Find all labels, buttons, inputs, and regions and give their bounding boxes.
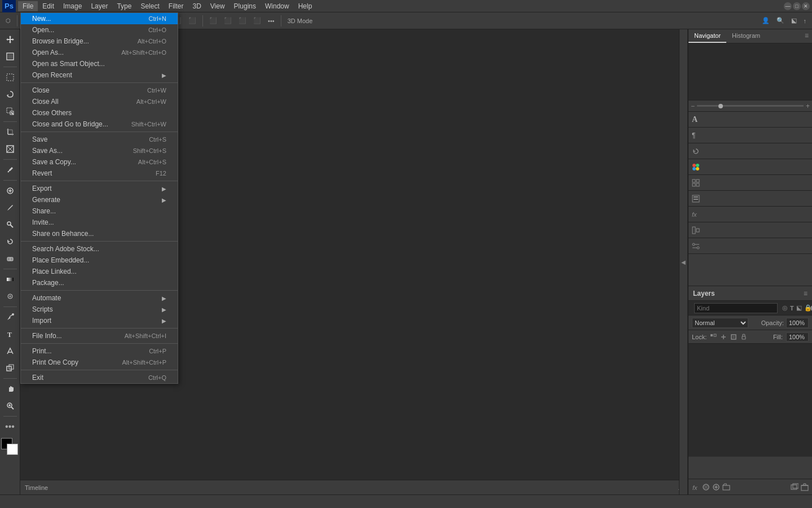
properties-panel-btn[interactable] xyxy=(689,238,812,254)
menu-item-automate[interactable]: Automate▶ xyxy=(21,292,178,304)
toolbar-search[interactable]: 🔍 xyxy=(774,16,787,25)
history-panel-btn[interactable] xyxy=(689,143,812,159)
delete-layer-icon[interactable] xyxy=(801,483,809,491)
tool-heal[interactable] xyxy=(2,183,18,199)
menu-item-new---[interactable]: New...Ctrl+N xyxy=(21,13,178,24)
distribute-options-4[interactable]: ⬛ xyxy=(251,16,263,25)
menu-view[interactable]: View xyxy=(206,1,230,11)
menu-filter[interactable]: Filter xyxy=(164,1,188,11)
tool-shape[interactable] xyxy=(2,360,18,376)
tool-history-brush[interactable] xyxy=(2,234,18,249)
libraries-panel-btn[interactable] xyxy=(689,191,812,207)
maximize-button[interactable]: □ xyxy=(793,2,801,10)
background-color[interactable] xyxy=(7,444,18,455)
tool-more[interactable]: ••• xyxy=(2,419,18,435)
layers-search-input[interactable] xyxy=(694,303,778,313)
tool-gradient[interactable] xyxy=(2,271,18,287)
blend-mode-select[interactable]: Normal xyxy=(692,318,748,328)
menu-item-close-others[interactable]: Close Others xyxy=(21,107,178,119)
panel-options-nav[interactable]: ≡ xyxy=(801,29,812,43)
tool-brush[interactable] xyxy=(2,200,18,216)
menu-item-invite---[interactable]: Invite... xyxy=(21,217,178,228)
menu-item-file-info---[interactable]: File Info...Alt+Shift+Ctrl+I xyxy=(21,330,178,341)
tool-crop[interactable] xyxy=(2,124,18,140)
menu-layer[interactable]: Layer xyxy=(86,1,112,11)
grid-panel-btn[interactable] xyxy=(689,175,812,191)
menu-item-open-recent[interactable]: Open Recent▶ xyxy=(21,69,178,81)
menu-item-share-on-behance---[interactable]: Share on Behance... xyxy=(21,228,178,239)
tool-hand[interactable] xyxy=(2,381,18,397)
tool-move[interactable] xyxy=(2,32,18,47)
tool-object-select[interactable] xyxy=(2,103,18,119)
tool-eraser[interactable] xyxy=(2,251,18,266)
menu-item-close-and-go-to-bridge---[interactable]: Close and Go to Bridge...Shift+Ctrl+W xyxy=(21,119,178,130)
menu-item-import[interactable]: Import▶ xyxy=(21,315,178,326)
lock-move-icon[interactable] xyxy=(720,334,727,340)
filter-shape-icon[interactable]: ⬕ xyxy=(796,304,802,312)
tool-pen[interactable] xyxy=(2,309,18,325)
lock-position-icon[interactable] xyxy=(740,334,747,340)
menu-edit[interactable]: Edit xyxy=(38,1,59,11)
menu-item-revert[interactable]: RevertF12 xyxy=(21,168,178,179)
menu-item-generate[interactable]: Generate▶ xyxy=(21,194,178,205)
menu-item-close[interactable]: CloseCtrl+W xyxy=(21,85,178,96)
menu-item-export[interactable]: Export▶ xyxy=(21,183,178,194)
menu-item-place-linked---[interactable]: Place Linked... xyxy=(21,266,178,277)
tool-frame[interactable] xyxy=(2,141,18,157)
menu-item-print---[interactable]: Print...Ctrl+P xyxy=(21,345,178,357)
minimize-button[interactable]: — xyxy=(784,2,792,10)
menu-item-save-as---[interactable]: Save As...Shift+Ctrl+S xyxy=(21,145,178,156)
layer-mask-icon[interactable] xyxy=(702,483,710,491)
menu-type[interactable]: Type xyxy=(112,1,136,11)
adjustments-panel-btn[interactable] xyxy=(689,222,812,238)
layer-fx-icon[interactable]: fx xyxy=(692,483,700,491)
menu-item-package---[interactable]: Package... xyxy=(21,277,178,288)
distribute-options-3[interactable]: ⬛ xyxy=(236,16,249,25)
align-bottom[interactable]: ⬛ xyxy=(186,16,198,25)
tool-blur[interactable] xyxy=(2,288,18,304)
menu-item-open-as---[interactable]: Open As...Alt+Shift+Ctrl+O xyxy=(21,47,178,58)
tool-marquee[interactable] xyxy=(2,69,18,85)
menu-item-save-a-copy---[interactable]: Save a Copy...Alt+Ctrl+S xyxy=(21,156,178,168)
distribute-options[interactable]: ⬛ xyxy=(207,16,219,25)
menu-item-save[interactable]: SaveCtrl+S xyxy=(21,134,178,145)
close-button[interactable]: ✕ xyxy=(802,2,810,10)
menu-item-share---[interactable]: Share... xyxy=(21,205,178,217)
tool-artboard[interactable] xyxy=(2,49,18,64)
layer-group-icon[interactable] xyxy=(722,483,730,491)
menu-item-open-as-smart-object---[interactable]: Open as Smart Object... xyxy=(21,58,178,69)
toolbar-layout[interactable]: ⬕ xyxy=(789,16,799,25)
paragraph-panel-btn[interactable]: ¶ xyxy=(689,128,812,143)
menu-select[interactable]: Select xyxy=(136,1,164,11)
menu-item-place-embedded---[interactable]: Place Embedded... xyxy=(21,255,178,266)
menu-plugins[interactable]: Plugins xyxy=(230,1,261,11)
fill-input[interactable] xyxy=(786,332,809,341)
menu-item-exit[interactable]: ExitCtrl+Q xyxy=(21,372,178,383)
menu-item-scripts[interactable]: Scripts▶ xyxy=(21,304,178,315)
toolbar-share[interactable]: ↑ xyxy=(801,16,809,25)
new-layer-icon[interactable] xyxy=(791,483,798,491)
tool-path-select[interactable] xyxy=(2,343,18,359)
collapse-panel-button[interactable]: ◀ xyxy=(681,259,687,265)
menu-item-print-one-copy[interactable]: Print One CopyAlt+Shift+Ctrl+P xyxy=(21,357,178,368)
menu-item-search-adobe-stock---[interactable]: Search Adobe Stock... xyxy=(21,243,178,255)
toolbar-move-options[interactable]: ⬡ xyxy=(3,16,13,25)
navigator-slider[interactable] xyxy=(697,105,804,107)
tool-text[interactable]: T xyxy=(2,326,18,342)
opacity-input[interactable] xyxy=(786,318,809,328)
layers-panel-menu[interactable]: ≡ xyxy=(804,290,807,297)
swatches-panel-btn[interactable] xyxy=(689,159,812,175)
zoom-in-icon[interactable]: + xyxy=(806,102,810,110)
menu-help[interactable]: Help xyxy=(294,1,317,11)
menu-file[interactable]: File xyxy=(18,1,38,11)
tab-navigator[interactable]: Navigator xyxy=(689,29,726,43)
distribute-options-2[interactable]: ⬛ xyxy=(222,16,234,25)
tab-histogram[interactable]: Histogram xyxy=(726,29,766,43)
tool-eyedropper[interactable] xyxy=(2,162,18,178)
toolbar-user[interactable]: 👤 xyxy=(760,16,772,25)
filter-text-icon[interactable]: T xyxy=(790,305,794,312)
fx-panel-btn[interactable]: fx xyxy=(689,207,812,222)
more-options[interactable]: ••• xyxy=(266,16,277,25)
filter-adjust-icon[interactable]: ◎ xyxy=(782,304,788,312)
tool-lasso[interactable] xyxy=(2,86,18,102)
